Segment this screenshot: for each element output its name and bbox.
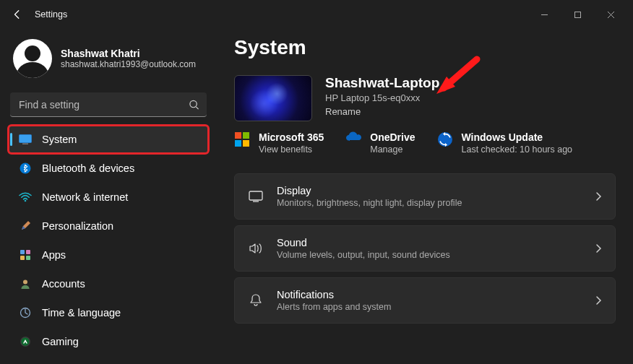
sidebar-item-label: Time & language [42,307,121,318]
content-area: System Shashwat-Laptop HP Laptop 15s-eq0… [217,29,633,364]
wifi-icon [19,191,32,204]
maximize-button[interactable] [561,3,594,26]
sidebar-item-time-language[interactable]: Time & language [9,299,208,326]
service-sub: Last checked: 10 hours ago [462,144,573,155]
microsoft-icon [234,131,250,147]
service-title: OneDrive [370,131,415,143]
svg-line-3 [196,107,198,109]
service-windows-update[interactable]: Windows Update Last checked: 10 hours ag… [437,131,573,155]
svg-point-7 [25,200,27,202]
rename-link[interactable]: Rename [325,106,439,117]
gaming-icon [19,335,32,348]
profile-email: shashwat.khatri1993@outlook.com [61,59,196,69]
sidebar-item-label: Gaming [42,336,79,347]
svg-rect-4 [20,135,32,143]
sidebar-item-apps[interactable]: Apps [9,241,208,269]
svg-point-2 [190,100,197,107]
display-icon [248,191,264,202]
svg-rect-5 [22,144,28,144]
card-sub: Volume levels, output, input, sound devi… [277,250,450,260]
sidebar-item-label: Personalization [42,220,113,232]
svg-point-12 [23,280,27,285]
profile-name: Shashwat Khatri [61,48,196,59]
bell-icon [248,294,264,307]
avatar [13,39,52,78]
onedrive-icon [345,131,361,147]
profile-block[interactable]: Shashwat Khatri shashwat.khatri1993@outl… [9,35,208,88]
apps-icon [19,248,32,261]
sidebar: Shashwat Khatri shashwat.khatri1993@outl… [0,29,217,364]
paintbrush-icon [19,220,32,233]
titlebar: Settings [0,0,633,29]
card-title: Sound [277,237,450,248]
card-sub: Alerts from apps and system [277,302,391,312]
close-icon [607,11,615,19]
accounts-icon [19,277,32,290]
service-title: Microsoft 365 [259,131,324,143]
back-button[interactable] [6,3,29,26]
system-icon [19,133,32,146]
sidebar-item-gaming[interactable]: Gaming [9,328,208,355]
svg-rect-18 [235,140,241,147]
svg-rect-9 [26,250,30,254]
service-sub: View benefits [259,144,324,155]
search-wrap [10,92,207,117]
card-sub: Monitors, brightness, night light, displ… [277,198,462,208]
sidebar-item-label: Bluetooth & devices [42,162,134,174]
device-info: Shashwat-Laptop HP Laptop 15s-eq0xxx Ren… [234,75,616,121]
chevron-right-icon [595,295,602,306]
sidebar-item-label: Network & internet [42,191,128,203]
service-sub: Manage [370,144,415,155]
sidebar-item-label: System [42,134,77,145]
minimize-button[interactable] [528,3,561,26]
arrow-left-icon [12,9,22,20]
sound-icon [248,243,264,254]
service-microsoft365[interactable]: Microsoft 365 View benefits [234,131,324,155]
device-model: HP Laptop 15s-eq0xxx [325,92,439,103]
svg-rect-8 [20,250,25,254]
sidebar-nav: System Bluetooth & devices Network & int… [9,126,208,355]
services-row: Microsoft 365 View benefits OneDrive Man… [234,131,616,155]
search-icon [189,100,199,110]
device-thumbnail[interactable] [234,75,312,121]
svg-rect-10 [20,256,25,260]
sidebar-item-system[interactable]: System [9,126,208,153]
window-title: Settings [35,9,67,20]
minimize-icon [541,11,548,19]
device-name: Shashwat-Laptop [325,75,439,91]
chevron-right-icon [595,191,602,202]
bluetooth-icon [19,162,32,175]
clock-globe-icon [19,306,32,319]
service-onedrive[interactable]: OneDrive Manage [345,131,415,155]
card-title: Notifications [277,289,391,300]
settings-card-display[interactable]: Display Monitors, brightness, night ligh… [234,173,616,220]
sidebar-item-network[interactable]: Network & internet [9,183,208,211]
sidebar-item-label: Apps [42,249,66,261]
sidebar-item-label: Accounts [42,278,85,290]
sidebar-item-personalization[interactable]: Personalization [9,212,208,240]
card-title: Display [277,185,462,196]
settings-card-notifications[interactable]: Notifications Alerts from apps and syste… [234,277,616,324]
settings-card-sound[interactable]: Sound Volume levels, output, input, soun… [234,225,616,272]
svg-rect-16 [235,132,241,139]
page-title: System [234,36,616,59]
sidebar-item-bluetooth[interactable]: Bluetooth & devices [9,155,208,182]
svg-rect-21 [249,191,262,200]
svg-rect-17 [243,132,249,139]
svg-rect-19 [243,140,249,147]
maximize-icon [574,11,582,19]
svg-rect-11 [26,256,30,260]
search-input[interactable] [10,92,207,117]
close-button[interactable] [594,3,627,26]
chevron-right-icon [595,243,602,254]
window-controls [528,3,627,26]
svg-rect-1 [574,12,580,17]
sidebar-item-accounts[interactable]: Accounts [9,270,208,298]
service-title: Windows Update [462,131,573,143]
update-icon [437,131,453,147]
